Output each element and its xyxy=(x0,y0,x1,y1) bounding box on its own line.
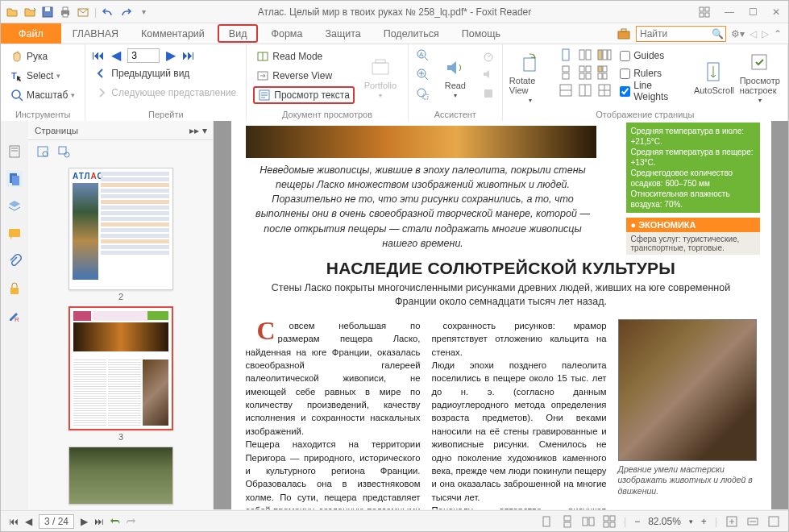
sb-fullscreen-icon[interactable] xyxy=(767,515,780,528)
search-icon[interactable]: 🔍 xyxy=(709,28,725,39)
sb-single-page-icon[interactable] xyxy=(540,515,553,528)
sb-next-icon[interactable]: ▶ xyxy=(81,516,88,527)
sb-next-view-icon[interactable]: ⮫ xyxy=(127,516,136,527)
cover-facing-icon[interactable] xyxy=(597,48,612,62)
tab-share[interactable]: Поделиться xyxy=(372,23,451,44)
sb-prev-icon[interactable]: ◀ xyxy=(25,516,32,527)
qat-dropdown-icon[interactable]: ▾ xyxy=(137,6,150,19)
sb-fit-page-icon[interactable] xyxy=(725,515,738,528)
save-icon[interactable] xyxy=(41,6,54,19)
panel-close-icon[interactable]: ▾ xyxy=(202,125,207,136)
sb-prev-view-icon[interactable]: ⮪ xyxy=(110,516,120,527)
sb-zoom-out-icon[interactable]: − xyxy=(634,516,640,527)
sb-cont-facing-icon[interactable] xyxy=(603,515,616,528)
facing-icon[interactable] xyxy=(578,48,592,62)
view-settings-button[interactable]: Просмотр настроек ▾ xyxy=(740,48,781,108)
search-input[interactable] xyxy=(637,28,709,39)
text-viewer-button[interactable]: Просмотр текста xyxy=(253,86,355,104)
prev-view-button[interactable]: Предыдущий вид xyxy=(92,64,239,82)
thumb-enlarge-icon[interactable] xyxy=(36,145,49,158)
tab-protect[interactable]: Защита xyxy=(314,23,372,44)
single-page-icon[interactable] xyxy=(559,48,573,62)
magnifier-icon[interactable]: A xyxy=(415,48,430,62)
prev-page-icon[interactable]: ◀ xyxy=(111,48,121,63)
open-icon[interactable] xyxy=(6,6,19,19)
hand-tool[interactable]: Рука xyxy=(7,48,78,65)
next-page-icon[interactable]: ▶ xyxy=(166,48,176,63)
document-view[interactable]: Средняя температура в июле: +21,5°C. Сре… xyxy=(214,121,788,509)
split-4-icon[interactable] xyxy=(597,83,612,98)
select-tool[interactable]: TSelect▾ xyxy=(7,67,78,85)
email-icon[interactable] xyxy=(77,6,89,19)
sb-last-icon[interactable]: ⏭ xyxy=(94,516,104,527)
split-v-icon[interactable] xyxy=(578,83,592,98)
search-box[interactable]: 🔍 xyxy=(636,26,726,42)
guides-checkbox[interactable]: Guides xyxy=(620,48,688,64)
thumb-reduce-icon[interactable] xyxy=(57,145,70,158)
signatures-icon[interactable]: R xyxy=(6,308,23,324)
attachments-icon[interactable] xyxy=(6,253,23,269)
first-page-icon[interactable]: ⏮ xyxy=(92,48,105,63)
thumbnails[interactable]: АТЛАС 2 xyxy=(28,163,214,509)
rotate-view-button[interactable]: Rotate View ▾ xyxy=(509,48,550,108)
autoscroll-button[interactable]: AutoScroll xyxy=(693,48,734,108)
sb-page-indicator[interactable]: 3 / 24 xyxy=(39,514,74,529)
cover-continuous-icon[interactable] xyxy=(597,65,612,80)
pages-icon[interactable] xyxy=(6,171,23,187)
continuous-icon[interactable] xyxy=(559,65,573,80)
tab-view[interactable]: Вид xyxy=(218,24,259,43)
gear-icon[interactable]: ⚙▾ xyxy=(731,28,745,39)
print-icon[interactable] xyxy=(59,6,72,19)
toolbox-icon[interactable] xyxy=(617,27,631,41)
continuous-facing-icon[interactable] xyxy=(578,65,592,80)
svg-rect-82 xyxy=(610,522,615,527)
bookmarks-icon[interactable] xyxy=(6,143,23,160)
sb-zoom-value[interactable]: 82.05% xyxy=(648,516,681,527)
last-page-icon[interactable]: ⏭ xyxy=(182,48,195,63)
close-icon[interactable]: ✕ xyxy=(772,6,780,18)
minimize-icon[interactable]: — xyxy=(725,6,734,18)
tab-home[interactable]: ГЛАВНАЯ xyxy=(61,23,130,44)
comments-icon[interactable] xyxy=(6,226,23,242)
page-number-input[interactable] xyxy=(127,48,160,63)
panel-menu-icon[interactable]: ▸▸ xyxy=(189,125,199,136)
sb-continuous-icon[interactable] xyxy=(561,515,574,528)
maximize-icon[interactable]: ☐ xyxy=(749,6,758,18)
redo-icon[interactable] xyxy=(119,6,132,19)
thumbnail-page-2[interactable]: АТЛАС xyxy=(69,168,173,290)
marquee-zoom-icon[interactable] xyxy=(415,86,430,101)
zoom-tool[interactable]: Масштаб▾ xyxy=(7,86,78,104)
sb-facing-icon[interactable] xyxy=(582,515,595,528)
collapse-ribbon-icon[interactable]: ⌃ xyxy=(774,28,782,39)
tab-comment[interactable]: Комментарий xyxy=(130,23,216,44)
reverse-view-button[interactable]: Reverse View xyxy=(253,67,355,85)
tab-file[interactable]: Файл xyxy=(1,23,61,44)
line-weights-checkbox[interactable]: Line Weights xyxy=(620,83,688,99)
nav-fwd-icon[interactable]: ▷ xyxy=(762,28,769,39)
stop-icon[interactable] xyxy=(481,86,496,101)
loupe-icon[interactable] xyxy=(415,67,430,81)
open-recent-icon[interactable] xyxy=(23,6,36,19)
split-h-icon[interactable] xyxy=(559,83,573,98)
thumbnail-page-3[interactable] xyxy=(69,306,173,430)
security-icon[interactable] xyxy=(6,281,23,297)
sb-first-icon[interactable]: ⏮ xyxy=(9,516,19,527)
thumbnail-page-4[interactable] xyxy=(69,447,173,505)
group-assistant: A Read ▾ Ассистент xyxy=(409,44,503,121)
layers-icon[interactable] xyxy=(6,198,23,214)
undo-icon[interactable] xyxy=(102,6,114,19)
ribbon-display-icon[interactable] xyxy=(699,6,710,18)
side-icon-strip: R xyxy=(1,121,28,509)
speed-icon[interactable] xyxy=(481,48,496,62)
sb-zoom-in-icon[interactable]: + xyxy=(701,516,707,527)
nav-back-icon[interactable]: ◁ xyxy=(750,28,757,39)
svg-rect-10 xyxy=(618,31,629,39)
rulers-checkbox[interactable]: Rulers xyxy=(620,65,688,81)
read-aloud-button[interactable]: Read ▾ xyxy=(434,48,476,108)
volume-icon[interactable] xyxy=(481,67,496,81)
read-mode-button[interactable]: Read Mode xyxy=(253,48,355,65)
sb-fit-width-icon[interactable] xyxy=(746,515,759,528)
tab-form[interactable]: Форма xyxy=(260,23,314,44)
svg-text:A: A xyxy=(419,51,424,58)
tab-help[interactable]: Помощь xyxy=(451,23,512,44)
